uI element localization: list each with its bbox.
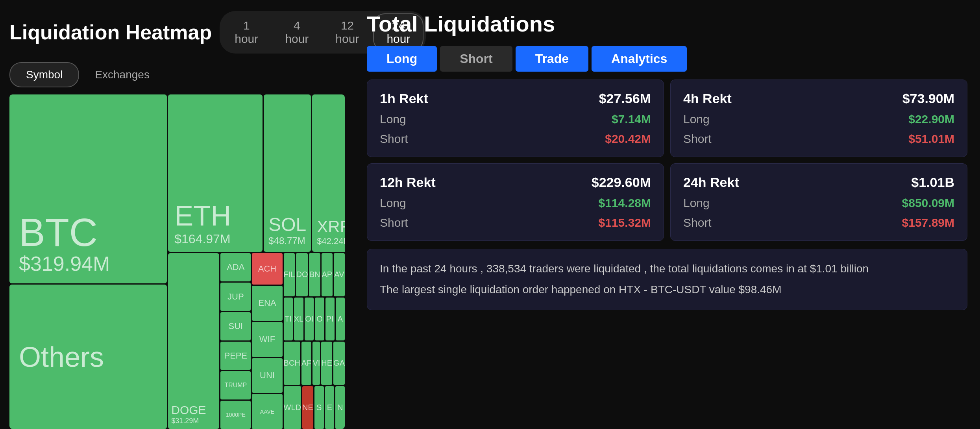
- hm-pi: PI: [325, 298, 335, 341]
- stat-1h-title: 1h Rekt: [380, 91, 428, 106]
- hm-n: N: [335, 386, 345, 429]
- hm-bch: BCH: [284, 342, 300, 385]
- hm-bn: BN: [309, 253, 320, 296]
- btc-label: BTC: [19, 213, 157, 252]
- xrp-label: XRP: [317, 217, 345, 236]
- stat-24h-long-val: $850.09M: [902, 196, 954, 210]
- hm-ap: AP: [322, 253, 333, 296]
- hm-wif: WIF: [252, 322, 282, 357]
- stat-12h-short-label: Short: [380, 216, 408, 229]
- panel-title: Total Liquidations: [367, 11, 967, 37]
- eth-label: ETH: [174, 200, 256, 232]
- filter-exchanges[interactable]: Exchanges: [79, 62, 165, 87]
- left-panel: Liquidation Heatmap 1 hour 4 hour 12 hou…: [0, 0, 354, 429]
- tab-short[interactable]: Short: [440, 46, 512, 72]
- hm-s: S: [314, 386, 324, 429]
- stats-grid: 1h Rekt $27.56M Long $7.14M Short $20.42…: [367, 80, 967, 241]
- hm-pepe: PEPE: [220, 342, 251, 370]
- hm-oi: OI: [305, 298, 314, 341]
- sol-label: SOL: [268, 214, 306, 235]
- hm-eth-cell: ETH $164.97M: [168, 94, 263, 252]
- hm-sui: SUI: [220, 312, 251, 340]
- time-btn-1h[interactable]: 1 hour: [222, 13, 271, 51]
- stat-12h-title-val: $229.60M: [592, 175, 651, 190]
- stat-card-12h: 12h Rekt $229.60M Long $114.28M Short $1…: [367, 163, 664, 241]
- stat-1h-title-val: $27.56M: [599, 91, 651, 106]
- filter-bar: Symbol Exchanges: [9, 62, 345, 87]
- stat-row-short-12h: Short $115.32M: [380, 216, 651, 229]
- stat-row-title-24h: 24h Rekt $1.01B: [683, 175, 954, 190]
- sol-value: $48.77M: [268, 235, 306, 246]
- hm-aave: AAVE: [252, 394, 282, 429]
- tab-long[interactable]: Long: [367, 46, 437, 72]
- stat-24h-short-val: $157.89M: [902, 216, 954, 229]
- stat-24h-short-label: Short: [683, 216, 712, 229]
- hm-a2: A: [336, 298, 345, 341]
- hm-1000pe: 1000PE: [220, 401, 251, 429]
- time-btn-4h[interactable]: 4 hour: [272, 13, 321, 51]
- filter-symbol[interactable]: Symbol: [9, 62, 79, 87]
- hm-fil: FIL: [284, 253, 295, 296]
- hm-row2: DOGE $31.29M ADA JUP SUI PEPE TRUMP 1000…: [168, 253, 345, 429]
- hm-xrp-cell: XRP $42.24M: [312, 94, 345, 252]
- stat-row-short-1h: Short $20.42M: [380, 132, 651, 146]
- stat-row-long-12h: Long $114.28M: [380, 196, 651, 210]
- hm-ne: NE: [302, 386, 313, 429]
- hm-grid-row2: TI XL OI O PI A: [284, 298, 345, 341]
- stat-12h-long-val: $114.28M: [599, 196, 651, 210]
- doge-label: DOGE: [171, 403, 216, 417]
- hm-do: DO: [296, 253, 308, 296]
- hm-row1: ETH $164.97M SOL $48.77M XRP $42.24M: [168, 94, 345, 252]
- stat-24h-title: 24h Rekt: [683, 175, 739, 190]
- hm-o: O: [315, 298, 324, 341]
- stat-row-long-24h: Long $850.09M: [683, 196, 954, 210]
- stat-12h-long-label: Long: [380, 196, 406, 210]
- doge-value: $31.29M: [171, 417, 216, 425]
- heatmap-left-col: BTC $319.94M Others: [9, 94, 167, 429]
- hm-ada: ADA: [220, 253, 251, 281]
- hm-wld: WLD: [284, 386, 301, 429]
- hm-jup: JUP: [220, 283, 251, 311]
- hm-grid-row1: FIL DO BN AP AV: [284, 253, 345, 296]
- stat-1h-long-label: Long: [380, 113, 406, 126]
- hm-af: AF: [301, 342, 312, 385]
- info-line-1: In the past 24 hours , 338,534 traders w…: [380, 260, 954, 278]
- heatmap-right-col: ETH $164.97M SOL $48.77M XRP $42.24M DOG…: [168, 94, 345, 429]
- hm-e: E: [325, 386, 335, 429]
- stat-12h-title: 12h Rekt: [380, 175, 436, 190]
- hm-vi: VI: [312, 342, 320, 385]
- hm-right-grid: FIL DO BN AP AV TI XL OI O PI A: [284, 253, 345, 429]
- stat-card-4h: 4h Rekt $73.90M Long $22.90M Short $51.0…: [670, 80, 967, 157]
- stat-1h-short-val: $20.42M: [605, 132, 651, 146]
- stat-1h-long-val: $7.14M: [612, 113, 651, 126]
- hm-ti: TI: [284, 298, 293, 341]
- btc-value: $319.94M: [19, 252, 157, 276]
- stat-card-24h: 24h Rekt $1.01B Long $850.09M Short $157…: [670, 163, 967, 241]
- stat-row-title-1h: 1h Rekt $27.56M: [380, 91, 651, 106]
- eth-value: $164.97M: [174, 232, 256, 246]
- hm-mid-col2: ACH ENA WIF UNI AAVE: [252, 253, 282, 429]
- hm-grid-row4: WLD NE S E N: [284, 386, 345, 429]
- stat-12h-short-val: $115.32M: [599, 216, 651, 229]
- stat-24h-long-label: Long: [683, 196, 710, 210]
- stat-row-title-12h: 12h Rekt $229.60M: [380, 175, 651, 190]
- hm-ena: ENA: [252, 286, 282, 321]
- stat-24h-title-val: $1.01B: [911, 175, 954, 190]
- tab-trade[interactable]: Trade: [516, 46, 588, 72]
- hm-he: HE: [321, 342, 332, 385]
- xrp-value: $42.24M: [317, 236, 345, 246]
- hm-others-cell: Others: [9, 285, 167, 429]
- hm-ga: GA: [333, 342, 345, 385]
- tab-analytics[interactable]: Analytics: [592, 46, 687, 72]
- hm-uni: UNI: [252, 358, 282, 393]
- tab-row: Long Short Trade Analytics: [367, 46, 967, 72]
- stat-4h-long-val: $22.90M: [908, 113, 954, 126]
- stat-card-1h: 1h Rekt $27.56M Long $7.14M Short $20.42…: [367, 80, 664, 157]
- hm-grid-row3: BCH AF VI HE GA: [284, 342, 345, 385]
- top-bar: Liquidation Heatmap 1 hour 4 hour 12 hou…: [9, 11, 345, 54]
- hm-btc-cell: BTC $319.94M: [9, 94, 167, 283]
- stat-4h-long-label: Long: [683, 113, 710, 126]
- hm-av: AV: [334, 253, 345, 296]
- stat-4h-short-val: $51.01M: [908, 132, 954, 146]
- others-label: Others: [19, 341, 104, 373]
